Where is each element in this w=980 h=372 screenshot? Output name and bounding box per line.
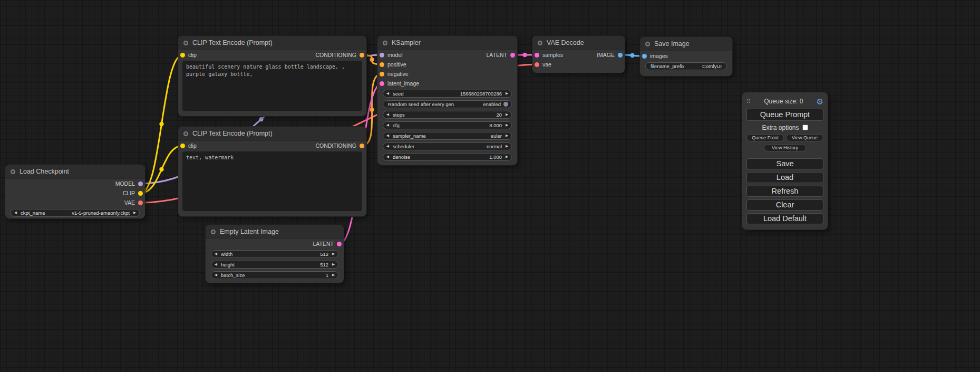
increment-arrow-icon[interactable]: ▶ [506,92,508,96]
widget-denoise[interactable]: ◀ denoise 1.000 ▶ [383,153,512,161]
save-button[interactable]: Save [746,158,823,169]
decrement-arrow-icon[interactable]: ◀ [386,134,389,138]
graph-canvas[interactable]: Load Checkpoint MODEL CLIP VAE ◀ ckpt_na… [0,0,980,372]
increment-arrow-icon[interactable]: ▶ [133,211,136,215]
queue-size-label: Queue size: 0 [764,98,803,105]
load-default-button[interactable]: Load Default [746,213,823,224]
node-clip-text-encode-positive[interactable]: CLIP Text Encode (Prompt) clip CONDITION… [178,36,366,116]
input-slot-clip[interactable] [180,53,185,58]
increment-arrow-icon[interactable]: ▶ [506,155,508,159]
widget-width[interactable]: ◀ width 512 ▶ [211,250,338,258]
collapse-dot[interactable] [183,41,188,45]
extra-options-checkbox[interactable] [802,125,808,130]
increment-arrow-icon[interactable]: ▶ [332,252,335,256]
view-queue-button[interactable]: View Queue [786,134,823,141]
widget-steps[interactable]: ◀ steps 20 ▶ [383,111,512,119]
node-save-image[interactable]: Save Image images filename_prefix ComfyU… [640,37,732,76]
collapse-dot[interactable] [11,169,15,174]
node-title-bar[interactable]: Save Image [640,37,732,51]
refresh-button[interactable]: Refresh [746,186,823,197]
increment-arrow-icon[interactable]: ▶ [506,123,508,127]
decrement-arrow-icon[interactable]: ◀ [215,273,217,277]
node-title-bar[interactable]: CLIP Text Encode (Prompt) [178,36,366,50]
input-slot-positive[interactable] [380,62,384,67]
increment-arrow-icon[interactable]: ▶ [332,263,335,266]
decrement-arrow-icon[interactable]: ◀ [14,211,17,215]
node-title-bar[interactable]: KSampler [377,36,517,50]
widget-seed[interactable]: ◀ seed 156680208700286 ▶ [383,90,512,98]
input-slot-negative[interactable] [380,72,384,77]
collapse-dot[interactable] [183,131,188,136]
node-title: Save Image [654,40,690,47]
node-title: KSampler [392,39,421,46]
output-slot-model[interactable] [138,182,143,186]
load-button[interactable]: Load [746,172,823,183]
decrement-arrow-icon[interactable]: ◀ [386,145,389,148]
output-label-image: IMAGE [597,52,615,58]
settings-gear-icon[interactable]: ⚙ [817,98,823,106]
output-slot-latent[interactable] [510,53,515,58]
decrement-arrow-icon[interactable]: ◀ [386,92,389,96]
node-ksampler[interactable]: KSampler model LATENT positive negative … [377,36,517,165]
collapse-dot[interactable] [645,42,650,46]
prompt-textarea[interactable]: beautiful scenery nature glass bottle la… [182,61,362,111]
widget-cfg[interactable]: ◀ cfg 8.000 ▶ [383,121,512,129]
widget-sampler-name[interactable]: ◀ sampler_name euler ▶ [383,132,512,140]
increment-arrow-icon[interactable]: ▶ [332,273,335,277]
widget-batch-size[interactable]: ◀ batch_size 1 ▶ [211,271,338,279]
collapse-dot[interactable] [383,41,387,45]
decrement-arrow-icon[interactable]: ◀ [215,263,217,266]
input-slot-clip[interactable] [180,144,185,148]
input-slot-model[interactable] [380,53,384,58]
decrement-arrow-icon[interactable]: ◀ [386,123,389,127]
queue-prompt-button[interactable]: Queue Prompt [746,109,823,121]
decrement-arrow-icon[interactable]: ◀ [386,155,389,159]
input-slot-row: latent_image [377,79,517,88]
decrement-arrow-icon[interactable]: ◀ [215,252,217,256]
node-title-bar[interactable]: CLIP Text Encode (Prompt) [178,127,366,141]
output-slot-row: LATENT [206,239,344,249]
node-empty-latent-image[interactable]: Empty Latent Image LATENT ◀ width 512 ▶ … [206,225,344,283]
output-slot-clip[interactable] [138,191,143,196]
input-slot-images[interactable] [642,54,647,59]
slot-row: samples IMAGE [532,50,625,60]
input-label-model: model [387,52,403,58]
node-title-bar[interactable]: Load Checkpoint [5,165,145,179]
node-vae-decode[interactable]: VAE Decode samples IMAGE vae [532,36,625,73]
node-clip-text-encode-negative[interactable]: CLIP Text Encode (Prompt) clip CONDITION… [178,127,366,216]
queue-panel: ⠿ Queue size: 0 ⚙ Queue Prompt Extra opt… [742,92,828,230]
input-label-clip: clip [188,142,197,149]
increment-arrow-icon[interactable]: ▶ [506,145,508,148]
drag-handle-icon[interactable]: ⠿ [746,98,751,105]
node-title-bar[interactable]: VAE Decode [532,36,625,50]
widget-label: height [221,262,235,268]
queue-front-button[interactable]: Queue Front [746,134,784,141]
input-slot-row: vae [532,60,625,69]
widget-ckpt-name[interactable]: ◀ ckpt_name v1-5-pruned-emaonly.ckpt ▶ [11,209,140,217]
toggle-dot-icon[interactable] [503,102,508,107]
widget-filename-prefix[interactable]: filename_prefix ComfyUI [645,62,727,70]
widget-value: euler [491,133,502,139]
output-slot-conditioning[interactable] [360,53,364,58]
widget-height[interactable]: ◀ height 512 ▶ [211,261,338,269]
clear-button[interactable]: Clear [746,199,823,211]
increment-arrow-icon[interactable]: ▶ [506,134,508,138]
output-slot-image[interactable] [618,53,623,58]
decrement-arrow-icon[interactable]: ◀ [386,113,389,117]
increment-arrow-icon[interactable]: ▶ [506,113,508,117]
widget-random-seed-toggle[interactable]: Random seed after every gen enabled [383,100,512,108]
input-slot-latent-image[interactable] [380,81,384,86]
output-slot-conditioning[interactable] [360,144,364,148]
node-title-bar[interactable]: Empty Latent Image [206,225,344,239]
output-slot-latent[interactable] [337,242,342,246]
input-slot-samples[interactable] [535,53,539,58]
output-label-vae: VAE [124,199,135,206]
widget-scheduler[interactable]: ◀ scheduler normal ▶ [383,142,512,150]
view-history-button[interactable]: View History [764,144,806,151]
collapse-dot[interactable] [211,230,216,234]
input-slot-vae[interactable] [535,62,539,67]
node-load-checkpoint[interactable]: Load Checkpoint MODEL CLIP VAE ◀ ckpt_na… [5,165,145,218]
collapse-dot[interactable] [538,41,542,45]
output-slot-vae[interactable] [138,201,143,205]
prompt-textarea[interactable]: text, watermark [182,151,362,211]
